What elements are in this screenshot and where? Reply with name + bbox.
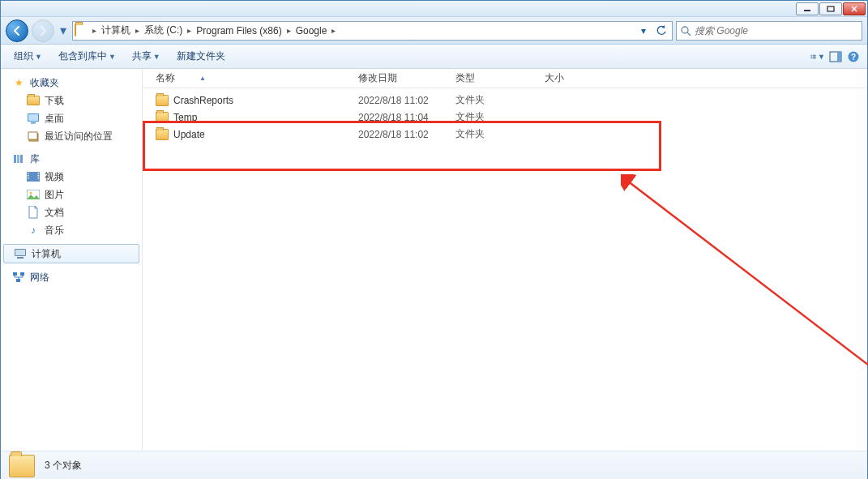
preview-pane-button[interactable]	[828, 49, 843, 64]
folder-icon	[9, 455, 35, 477]
refresh-button[interactable]	[652, 22, 670, 40]
svg-point-30	[30, 192, 32, 195]
file-list: 名称 ▲ 修改日期 类型 大小 CrashReports 2022/8/18 1…	[143, 69, 867, 451]
file-type: 文件夹	[449, 110, 538, 124]
breadcrumb-program-files[interactable]: Program Files (x86)	[193, 22, 284, 40]
chevron-right-icon[interactable]: ▸	[187, 26, 191, 35]
forward-button[interactable]	[32, 19, 54, 42]
svg-line-37	[627, 181, 868, 417]
maximize-button[interactable]	[819, 2, 842, 15]
libraries-group[interactable]: 库	[1, 150, 142, 168]
column-label: 大小	[545, 71, 564, 85]
sidebar-item-pictures[interactable]: 图片	[1, 186, 142, 203]
column-size[interactable]: 大小	[538, 69, 603, 88]
document-icon	[27, 206, 40, 219]
svg-rect-34	[13, 272, 17, 276]
svg-rect-24	[28, 175, 29, 177]
annotation-arrow	[621, 174, 868, 426]
sidebar-item-label: 最近访问的位置	[45, 130, 113, 143]
view-options-button[interactable]: ▼	[810, 49, 825, 64]
command-bar: 组织 ▼ 包含到库中 ▼ 共享 ▼ 新建文件夹 ▼ ?	[1, 45, 867, 69]
network-icon	[12, 271, 25, 284]
new-folder-label: 新建文件夹	[177, 49, 225, 63]
svg-rect-25	[28, 177, 29, 179]
chevron-down-icon: ▼	[818, 53, 825, 61]
address-bar[interactable]: ▸ 计算机 ▸ 系统 (C:) ▸ Program Files (x86) ▸ …	[72, 21, 673, 41]
search-icon	[680, 25, 691, 36]
close-button[interactable]	[843, 2, 866, 15]
chevron-right-icon[interactable]: ▸	[331, 26, 336, 35]
sidebar-item-label: 音乐	[45, 224, 64, 237]
svg-rect-6	[810, 56, 811, 57]
star-icon: ★	[12, 76, 25, 89]
include-in-library-menu[interactable]: 包含到库中 ▼	[52, 46, 122, 66]
organize-label: 组织	[14, 49, 33, 63]
sort-indicator-icon: ▲	[199, 75, 206, 82]
sidebar-item-videos[interactable]: 视频	[1, 168, 142, 186]
desktop-icon	[27, 112, 40, 125]
navbar: ▾ ▸ 计算机 ▸ 系统 (C:) ▸ Program Files (x86) …	[1, 17, 867, 45]
svg-rect-0	[804, 10, 810, 11]
column-modified[interactable]: 修改日期	[352, 69, 449, 88]
svg-rect-32	[15, 250, 25, 255]
file-modified: 2022/8/18 11:04	[352, 112, 449, 123]
sidebar-item-network[interactable]: 网络	[1, 268, 142, 286]
table-row[interactable]: Update 2022/8/18 11:02 文件夹	[143, 126, 867, 143]
minimize-button[interactable]	[796, 2, 819, 15]
column-headers: 名称 ▲ 修改日期 类型 大小	[143, 69, 867, 88]
share-label: 共享	[132, 49, 152, 63]
downloads-icon	[27, 94, 40, 107]
favorites-group[interactable]: ★ 收藏夹	[1, 74, 142, 92]
svg-rect-26	[38, 173, 40, 174]
pictures-icon	[27, 188, 40, 201]
sidebar-item-music[interactable]: ♪ 音乐	[1, 221, 142, 239]
table-row[interactable]: Temp 2022/8/18 11:04 文件夹	[143, 109, 867, 126]
sidebar-item-desktop[interactable]: 桌面	[1, 109, 142, 127]
column-type[interactable]: 类型	[449, 69, 538, 88]
chevron-right-icon[interactable]: ▸	[92, 26, 96, 35]
new-folder-button[interactable]: 新建文件夹	[170, 46, 232, 66]
chevron-down-icon: ▼	[153, 53, 160, 61]
sidebar-item-label: 下载	[45, 94, 64, 108]
breadcrumb-label: Program Files (x86)	[196, 25, 281, 36]
svg-rect-4	[810, 54, 811, 55]
window-controls	[796, 2, 866, 15]
breadcrumb-drive-c[interactable]: 系统 (C:)	[141, 22, 186, 40]
svg-rect-23	[28, 173, 29, 174]
table-row[interactable]: CrashReports 2022/8/18 11:02 文件夹	[143, 92, 867, 109]
svg-rect-20	[17, 155, 19, 163]
sidebar-item-computer[interactable]: 计算机	[3, 244, 139, 263]
file-modified: 2022/8/18 11:02	[352, 95, 449, 106]
breadcrumb-computer[interactable]: 计算机	[98, 22, 134, 40]
sidebar-item-documents[interactable]: 文档	[1, 203, 142, 221]
search-input[interactable]	[695, 25, 858, 36]
nav-history-dropdown[interactable]: ▾	[58, 19, 69, 42]
video-icon	[27, 170, 40, 183]
breadcrumb-label: Google	[296, 25, 327, 36]
svg-rect-21	[20, 155, 23, 163]
chevron-right-icon[interactable]: ▸	[287, 26, 291, 35]
back-button[interactable]	[6, 19, 28, 42]
chevron-right-icon[interactable]: ▸	[135, 26, 139, 35]
libraries-label: 库	[30, 152, 40, 166]
help-button[interactable]: ?	[846, 49, 861, 64]
svg-rect-16	[31, 122, 36, 124]
music-icon: ♪	[27, 224, 40, 237]
file-modified: 2022/8/18 11:02	[352, 129, 449, 140]
search-box[interactable]	[676, 21, 862, 41]
sidebar-item-recent[interactable]: 最近访问的位置	[1, 127, 142, 145]
organize-menu[interactable]: 组织 ▼	[7, 46, 49, 66]
breadcrumb-google[interactable]: Google	[293, 22, 331, 40]
svg-rect-7	[813, 56, 816, 57]
column-name[interactable]: 名称 ▲	[149, 69, 352, 88]
svg-rect-28	[38, 177, 40, 179]
sidebar-item-downloads[interactable]: 下载	[1, 92, 142, 109]
svg-point-2	[682, 27, 688, 33]
item-count: 3 个对象	[45, 459, 82, 473]
svg-rect-19	[14, 155, 16, 163]
breadcrumb-label: 计算机	[101, 24, 130, 37]
recent-locations-dropdown[interactable]: ▾	[635, 22, 652, 40]
column-label: 名称	[156, 71, 175, 85]
share-menu[interactable]: 共享 ▼	[126, 46, 167, 66]
svg-rect-8	[810, 58, 811, 58]
